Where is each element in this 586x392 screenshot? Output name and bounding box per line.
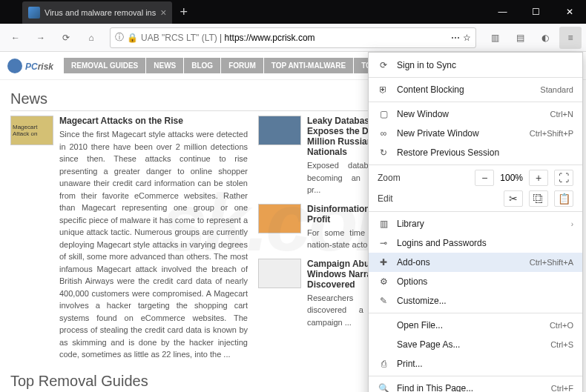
close-button[interactable]: ✕ bbox=[553, 0, 586, 24]
reload-button[interactable]: ⟳ bbox=[55, 27, 77, 49]
maximize-button[interactable]: ☐ bbox=[519, 0, 553, 24]
menu-new-private[interactable]: ∞New Private WindowCtrl+Shift+P bbox=[369, 124, 582, 143]
nav-forum[interactable]: FORUM bbox=[221, 58, 263, 73]
tab-close-icon[interactable]: × bbox=[160, 7, 166, 19]
menu-zoom-row: Zoom−100%+⛶ bbox=[369, 167, 582, 188]
window-icon: ▢ bbox=[378, 109, 389, 119]
nav-news[interactable]: NEWS bbox=[146, 58, 183, 73]
fullscreen-button[interactable]: ⛶ bbox=[554, 170, 573, 186]
favicon-icon bbox=[28, 7, 40, 19]
menu-options[interactable]: ⚙Options bbox=[369, 272, 582, 291]
site-logo[interactable]: PCrisk bbox=[7, 58, 53, 73]
library-icon: ▥ bbox=[378, 219, 389, 229]
shield-icon: ⛨ bbox=[378, 84, 389, 95]
back-button[interactable]: ← bbox=[4, 27, 27, 49]
menu-content-blocking[interactable]: ⛨Content BlockingStandard bbox=[369, 80, 582, 99]
nav-removal-guides[interactable]: REMOVAL GUIDES bbox=[64, 58, 145, 73]
print-icon: ⎙ bbox=[378, 359, 389, 369]
menu-save-page[interactable]: Save Page As...Ctrl+S bbox=[369, 335, 582, 354]
titlebar: Virus and malware removal ins × + — ☐ ✕ bbox=[0, 0, 586, 24]
zoom-value: 100% bbox=[500, 173, 523, 183]
library-button[interactable]: ▥ bbox=[484, 27, 506, 49]
hamburger-menu: ⟳Sign in to Sync ⛨Content BlockingStanda… bbox=[368, 52, 583, 392]
chevron-right-icon: › bbox=[571, 220, 573, 228]
menu-new-window[interactable]: ▢New WindowCtrl+N bbox=[369, 104, 582, 124]
news-heading: News bbox=[10, 90, 406, 111]
article-thumb bbox=[258, 259, 301, 288]
menu-logins[interactable]: ⊸Logins and Passwords bbox=[369, 233, 582, 253]
menu-customize[interactable]: ✎Customize... bbox=[369, 291, 582, 310]
menu-edit-row: Edit✂⿻📋 bbox=[369, 188, 582, 209]
home-button[interactable]: ⌂ bbox=[80, 27, 102, 49]
guides-heading: Top Removal Guides bbox=[10, 373, 406, 393]
zoom-in-button[interactable]: + bbox=[529, 170, 548, 186]
zoom-out-button[interactable]: − bbox=[475, 170, 494, 186]
menu-find[interactable]: 🔍Find in This Page...Ctrl+F bbox=[369, 379, 582, 392]
url-bar[interactable]: ⓘ 🔒 UAB "RCS LT" (LT) | https://www.pcri… bbox=[110, 27, 476, 48]
paint-icon: ✎ bbox=[378, 296, 389, 306]
article-body: Since the first Magecart style attacks w… bbox=[59, 128, 248, 361]
menu-addons[interactable]: ✚Add-onsCtrl+Shift+A bbox=[369, 253, 582, 272]
more-icon[interactable]: ⋯ bbox=[451, 33, 460, 43]
minimize-button[interactable]: — bbox=[486, 0, 519, 24]
key-icon: ⊸ bbox=[378, 238, 389, 248]
lock-icon: 🔒 bbox=[127, 33, 138, 43]
article-title[interactable]: Magecart Attacks on the Rise bbox=[59, 116, 248, 126]
paste-button[interactable]: 📋 bbox=[554, 190, 573, 207]
search-icon: 🔍 bbox=[378, 383, 389, 392]
nav-anti-malware[interactable]: TOP ANTI-MALWARE bbox=[264, 58, 353, 73]
menu-open-file[interactable]: Open File...Ctrl+O bbox=[369, 316, 582, 335]
menu-library[interactable]: ▥Library› bbox=[369, 214, 582, 233]
article-thumb bbox=[258, 116, 301, 145]
article-thumb bbox=[258, 204, 301, 233]
menu-restore-session[interactable]: ↻Restore Previous Session bbox=[369, 143, 582, 162]
url-text: UAB "RCS LT" (LT) | https://www.pcrisk.c… bbox=[141, 33, 448, 43]
menu-print[interactable]: ⎙Print... bbox=[369, 354, 582, 373]
mask-icon: ∞ bbox=[378, 128, 389, 139]
sync-icon: ⟳ bbox=[378, 60, 389, 70]
forward-button[interactable]: → bbox=[30, 27, 52, 49]
browser-tab[interactable]: Virus and malware removal ins × bbox=[22, 1, 172, 24]
menu-sync[interactable]: ⟳Sign in to Sync bbox=[369, 56, 582, 75]
puzzle-icon: ✚ bbox=[378, 257, 389, 268]
nav-blog[interactable]: BLOG bbox=[184, 58, 220, 73]
article-thumb: Magecart Attack on bbox=[10, 116, 53, 145]
restore-icon: ↻ bbox=[378, 147, 389, 158]
account-icon[interactable]: ◐ bbox=[534, 27, 556, 49]
gear-icon: ⚙ bbox=[378, 276, 389, 287]
new-tab-button[interactable]: + bbox=[180, 4, 188, 20]
copy-button[interactable]: ⿻ bbox=[529, 190, 548, 207]
browser-toolbar: ← → ⟳ ⌂ ⓘ 🔒 UAB "RCS LT" (LT) | https://… bbox=[0, 24, 586, 52]
info-icon[interactable]: ⓘ bbox=[115, 31, 124, 44]
sidebar-button[interactable]: ▤ bbox=[509, 27, 531, 49]
tab-title: Virus and malware removal ins bbox=[45, 8, 156, 17]
bookmark-star-icon[interactable]: ☆ bbox=[463, 33, 471, 43]
hamburger-menu-button[interactable]: ≡ bbox=[559, 27, 582, 49]
logo-icon bbox=[7, 59, 22, 73]
cut-button[interactable]: ✂ bbox=[504, 190, 523, 207]
